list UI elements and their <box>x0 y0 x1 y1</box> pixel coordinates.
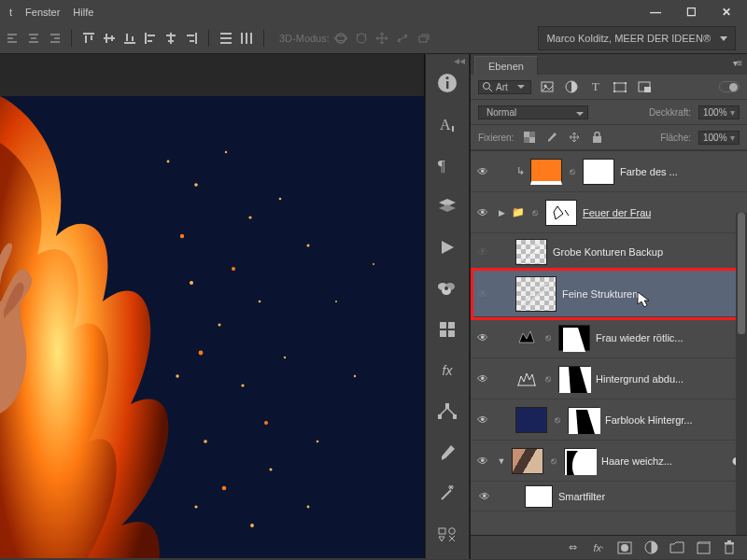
lock-brush-icon[interactable] <box>543 130 560 145</box>
visibility-toggle[interactable]: 👁 <box>474 413 491 427</box>
layer-thumbnail[interactable] <box>515 276 557 312</box>
new-layer-icon[interactable] <box>695 539 712 556</box>
align-icon[interactable] <box>45 29 63 48</box>
wand-icon[interactable] <box>434 482 460 506</box>
play-icon[interactable] <box>434 235 460 259</box>
filter-shape-icon[interactable] <box>612 79 628 94</box>
panel-scrollbar[interactable] <box>736 213 747 560</box>
layer-name[interactable]: Farbe des ... <box>620 166 678 177</box>
mask-link-icon[interactable]: ⎋ <box>555 414 560 425</box>
fx-icon[interactable]: fx <box>434 358 460 383</box>
visibility-toggle[interactable]: 👁 <box>474 331 491 344</box>
layer-name[interactable]: Grobe Konturen Backup <box>553 246 663 258</box>
link-layers-icon[interactable]: ⇔ <box>564 539 581 556</box>
group-layers-icon[interactable] <box>669 539 685 556</box>
align-bottom-icon[interactable] <box>120 29 139 48</box>
layer-mask-thumbnail[interactable] <box>583 159 614 185</box>
align-hmid-icon[interactable] <box>162 29 180 48</box>
layer-row[interactable]: 👁 ⎋ Hintergrund abdu... <box>471 358 747 399</box>
mask-link-icon[interactable]: ⎋ <box>570 166 575 176</box>
visibility-toggle[interactable]: 👁 <box>476 490 493 503</box>
layer-mask-thumbnail[interactable] <box>558 366 590 392</box>
visibility-toggle[interactable]: 👁 <box>474 287 491 301</box>
layer-mask-thumbnail[interactable] <box>564 448 596 474</box>
distribute-icon[interactable] <box>237 29 256 48</box>
filter-toggle[interactable] <box>719 81 740 92</box>
symbols-icon[interactable] <box>434 523 460 547</box>
align-icon[interactable] <box>4 29 22 48</box>
character-panel-icon[interactable]: A <box>434 112 460 136</box>
layer-row[interactable]: 👁 Grobe Konturen Backup <box>471 233 747 271</box>
layer-row[interactable]: 👁 ⎋ Frau wieder rötlic... <box>471 317 747 358</box>
filter-kind-select[interactable]: Art <box>478 80 531 94</box>
layer-name[interactable]: Frau wieder rötlic... <box>596 332 684 343</box>
brush-icon[interactable] <box>434 441 460 465</box>
mask-link-icon[interactable]: ⎋ <box>545 373 551 384</box>
layer-name[interactable]: Hintergrund abdu... <box>596 373 684 385</box>
smartobj-expand-icon[interactable]: ▼ <box>497 456 506 466</box>
layer-name[interactable]: Feine Strukturen <box>562 288 638 300</box>
lock-move-icon[interactable] <box>566 130 583 145</box>
mask-link-icon[interactable]: ⎋ <box>545 332 551 343</box>
layer-thumbnail[interactable] <box>515 407 547 433</box>
filter-mask-thumbnail[interactable] <box>525 485 553 508</box>
layer-mask-thumbnail[interactable] <box>545 200 577 226</box>
tab-ebenen[interactable]: Ebenen <box>474 56 538 75</box>
info-icon[interactable] <box>434 71 460 95</box>
layer-name[interactable]: Haare weichz... <box>601 455 672 467</box>
close-button[interactable]: ✕ <box>715 5 738 20</box>
layer-row[interactable]: 👁 ↳ ⎋ Farbe des ... <box>471 151 747 192</box>
align-icon[interactable] <box>24 29 43 48</box>
layer-name[interactable]: Smartfilter <box>558 491 605 502</box>
maximize-button[interactable]: ☐ <box>680 5 702 20</box>
layer-thumbnail[interactable] <box>515 239 547 265</box>
lock-transparent-icon[interactable] <box>521 130 538 145</box>
layer-mask-thumbnail[interactable] <box>558 325 590 351</box>
visibility-toggle[interactable]: 👁 <box>474 245 491 259</box>
document-canvas[interactable] <box>0 54 425 558</box>
credit-dropdown[interactable]: Marco Kolditz, MEER DER IDEEN® <box>538 26 736 50</box>
align-top-icon[interactable] <box>79 29 98 48</box>
layer-name[interactable]: Farblook Hintergr... <box>605 414 693 426</box>
mask-link-icon[interactable]: ⎋ <box>551 455 557 466</box>
align-left-icon[interactable] <box>141 29 160 48</box>
paragraph-panel-icon[interactable]: ¶ <box>434 153 460 177</box>
panel-collapse-icon[interactable]: ◂◂ <box>418 54 465 69</box>
layer-thumbnail[interactable] <box>530 159 562 185</box>
opacity-input[interactable]: 100% ▾ <box>698 105 740 119</box>
layer-thumbnail[interactable] <box>512 448 543 474</box>
layer-row[interactable]: 👁 ▼ ⎋ Haare weichz... ◐ <box>471 441 747 482</box>
visibility-toggle[interactable]: 👁 <box>474 165 491 178</box>
blend-mode-select[interactable]: Normal <box>478 105 588 119</box>
visibility-toggle[interactable]: 👁 <box>474 455 491 468</box>
menu-item-truncated[interactable]: t <box>6 3 21 21</box>
grid-icon[interactable] <box>434 317 460 342</box>
group-expand-icon[interactable]: ▶ <box>497 208 506 217</box>
smartfilter-row[interactable]: 👁 Smartfilter <box>471 482 747 511</box>
layer-mask-thumbnail[interactable] <box>568 407 599 433</box>
swatches-icon[interactable] <box>434 276 460 301</box>
menu-item-hilfe[interactable]: Hilfe <box>69 3 103 21</box>
layer-row[interactable]: 👁 ⎋ Farblook Hintergr... <box>471 399 747 441</box>
layer-fx-icon[interactable]: fx▫ <box>590 539 607 556</box>
scale-icon[interactable] <box>434 399 460 424</box>
distribute-icon[interactable] <box>217 29 235 48</box>
visibility-toggle[interactable]: 👁 <box>474 372 491 385</box>
filter-adjust-icon[interactable] <box>563 79 580 94</box>
align-right-icon[interactable] <box>182 29 201 48</box>
add-mask-icon[interactable] <box>616 539 633 556</box>
mask-link-icon[interactable]: ⎋ <box>532 207 538 217</box>
panel-menu-icon[interactable]: ▾≡ <box>733 58 741 68</box>
layers-stack-icon[interactable] <box>434 194 460 218</box>
filter-type-icon[interactable]: T <box>587 79 604 94</box>
layer-name[interactable]: Feuer der Frau <box>583 207 651 218</box>
adjustment-layer-icon[interactable] <box>642 539 659 556</box>
layer-row-selected[interactable]: 👁 Feine Strukturen <box>471 271 747 317</box>
menu-item-fenster[interactable]: Fenster <box>21 3 69 21</box>
filter-pixel-icon[interactable] <box>539 79 556 94</box>
layer-group-row[interactable]: 👁 ▶ 📁 ⎋ Feuer der Frau <box>471 192 747 233</box>
align-vmid-icon[interactable] <box>100 29 119 48</box>
minimize-button[interactable]: — <box>644 5 667 20</box>
fill-input[interactable]: 100% ▾ <box>698 131 740 145</box>
delete-layer-icon[interactable] <box>721 539 738 556</box>
